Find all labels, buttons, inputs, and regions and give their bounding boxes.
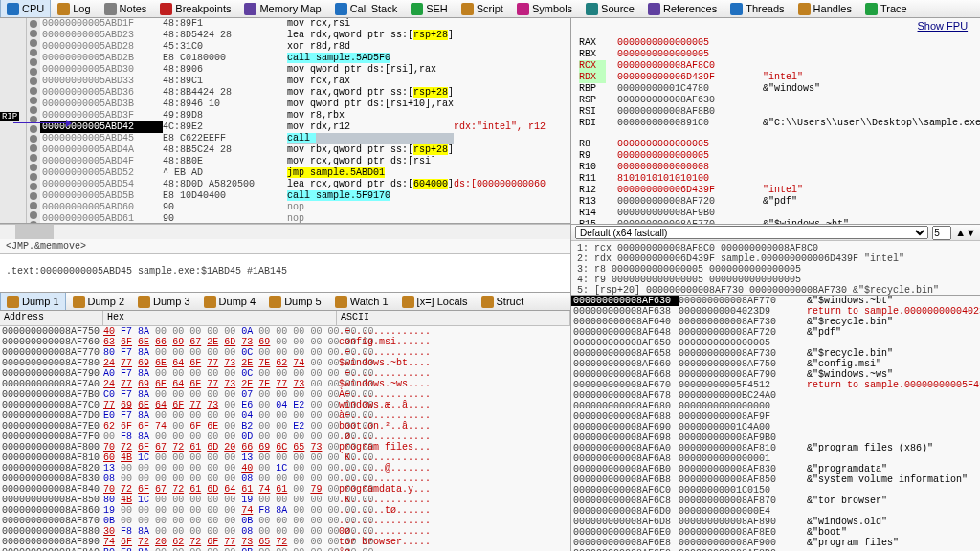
tab-breakpoints[interactable]: Breakpoints xyxy=(153,0,237,17)
memory-dump[interactable]: 000000000008AF75040 F7 8A 00 00 00 00 00… xyxy=(0,326,570,551)
stack-row[interactable]: 000000000008AF69000000000001C4A00 xyxy=(571,422,980,432)
disasm-address[interactable]: 00000000005ABD5B xyxy=(40,190,163,202)
dump-row[interactable]: 000000000008AF7C077 69 6E 64 6F 77 73 00… xyxy=(0,400,570,410)
disasm-address[interactable]: 00000000005ABD4A xyxy=(40,144,163,156)
dump-tab-2[interactable]: Dump 3 xyxy=(131,293,197,310)
dump-header-address[interactable]: Address xyxy=(0,311,103,325)
disasm-address[interactable]: 00000000005ABD1F xyxy=(40,18,163,30)
dump-tab-7[interactable]: Struct xyxy=(475,293,531,310)
show-fpu-link[interactable]: Show FPU xyxy=(918,20,969,32)
dump-row[interactable]: 000000000008AF82013 00 00 00 00 00 00 00… xyxy=(0,463,570,474)
disasm-address[interactable]: 00000000005ABD30 xyxy=(40,64,163,76)
dump-header-hex[interactable]: Hex xyxy=(103,311,337,325)
dump-row[interactable]: 000000000008AF8700B 00 00 00 00 00 00 00… xyxy=(0,516,570,526)
dump-row[interactable]: 000000000008AF7B0C0 F7 8A 00 00 00 00 00… xyxy=(0,389,570,400)
dump-row[interactable]: 000000000008AF83008 00 00 00 00 00 00 00… xyxy=(0,474,570,484)
dump-row[interactable]: 000000000008AF89074 6F 72 20 62 72 6F 77… xyxy=(0,537,570,547)
disasm-address[interactable]: 00000000005ABD23 xyxy=(40,30,163,41)
register-RBX[interactable]: RBX0000000000000005 xyxy=(579,49,980,60)
disasm-instruction[interactable]: call xyxy=(287,133,454,144)
dump-row[interactable]: 000000000008AF7E062 6F 6F 74 00 6F 6E 00… xyxy=(0,421,570,431)
disasm-address[interactable]: 00000000005ABD52 xyxy=(40,167,163,179)
dump-tab-4[interactable]: Dump 5 xyxy=(262,293,328,310)
disasm-instruction[interactable]: mov rcx,rsi xyxy=(287,18,454,30)
disasm-address[interactable]: 00000000005ABD3B xyxy=(40,99,163,110)
disasm-instruction[interactable]: call sample.5AD5F0 xyxy=(287,53,454,64)
dump-row[interactable]: 000000000008AF75040 F7 8A 00 00 00 00 00… xyxy=(0,326,570,337)
tab-handles[interactable]: Handles xyxy=(791,0,858,17)
stack-row[interactable]: 000000000008AF6E0000000000008AF8E0&"boot… xyxy=(571,527,980,538)
register-R13[interactable]: R13000000000008AF720&"pdf" xyxy=(579,196,980,208)
dump-row[interactable]: 000000000008AF86019 00 00 00 00 00 00 00… xyxy=(0,505,570,516)
disasm-instruction[interactable]: mov rax,qword ptr ss:[rsp+28] xyxy=(287,87,454,99)
disasm-address[interactable]: 00000000005ABD60 xyxy=(40,202,163,213)
disasm-instruction[interactable]: call sample.5F9170 xyxy=(287,190,454,202)
disasm-instruction[interactable]: mov rbx,qword ptr ss:[rsp+28] xyxy=(287,144,454,156)
stack-row[interactable]: 000000000008AF63800000000004023D9return … xyxy=(571,306,980,317)
stack-row[interactable]: 000000000008AF6A0000000000008AF810&"prog… xyxy=(571,443,980,453)
arg-count-input[interactable] xyxy=(932,226,951,240)
tab-cpu[interactable]: CPU xyxy=(0,0,51,17)
dump-row[interactable]: 000000000008AF7D0E0 F7 8A 00 00 00 00 00… xyxy=(0,410,570,421)
tab-log[interactable]: Log xyxy=(51,0,97,17)
stack-row[interactable]: 000000000008AF630000000000008AF770&"$win… xyxy=(571,296,980,306)
stack-row[interactable]: 000000000008AF6C000000000001C0150 xyxy=(571,485,980,496)
stack-row[interactable]: 000000000008AF688000000000008AF9F xyxy=(571,411,980,422)
disasm-instruction[interactable]: mov qword ptr ds:[rsi],rax xyxy=(287,64,454,76)
tab-source[interactable]: Source xyxy=(579,0,641,17)
register-RSP[interactable]: RSP000000000008AF630 xyxy=(579,95,980,106)
stack-row[interactable]: 000000000008AF67000000000005F4512return … xyxy=(571,380,980,390)
disasm-address[interactable]: 00000000005ABD2B xyxy=(40,53,163,64)
dump-header-ascii[interactable]: ASCII xyxy=(337,311,570,325)
stack-row[interactable]: 000000000008AF67800000000000BC24A0 xyxy=(571,390,980,401)
disasm-address[interactable]: 00000000005ABD61 xyxy=(40,213,163,224)
register-R15[interactable]: R15000000000008AF770&"$windows.~bt" xyxy=(579,219,980,224)
stack-row[interactable]: 000000000008AF668000000000008AF790&"$win… xyxy=(571,369,980,380)
dump-row[interactable]: 000000000008AF77080 F7 8A 00 00 00 00 00… xyxy=(0,347,570,358)
dump-row[interactable]: 000000000008AF790A0 F7 8A 00 00 00 00 00… xyxy=(0,368,570,379)
register-R8[interactable]: R80000000000000005 xyxy=(579,139,980,150)
dump-row[interactable]: 000000000008AF80070 72 6F 67 72 61 6D 20… xyxy=(0,442,570,452)
dump-tab-6[interactable]: [x=] Locals xyxy=(395,293,475,310)
dump-row[interactable]: 000000000008AF8A0B0 F8 8A 00 00 00 00 00… xyxy=(0,547,570,551)
stack-row[interactable]: 000000000008AF640000000000008AF730&"$rec… xyxy=(571,317,980,327)
register-RAX[interactable]: RAX0000000000000005 xyxy=(579,37,980,49)
disasm-address[interactable]: 00000000005ABD36 xyxy=(40,87,163,99)
registers-panel[interactable]: Show FPU RAX0000000000000005RBX000000000… xyxy=(571,18,980,224)
disasm-instruction[interactable]: mov r8,rbx xyxy=(287,110,454,121)
tab-trace[interactable]: Trace xyxy=(858,0,914,17)
stack-panel[interactable]: 000000000008AF630000000000008AF770&"$win… xyxy=(571,295,980,551)
disassembly-panel[interactable]: RIP 00000000005ABD1F00000000005ABD230000… xyxy=(0,18,570,224)
stack-row[interactable]: 000000000008AF660000000000008AF750&"conf… xyxy=(571,359,980,369)
stack-row[interactable]: 000000000008AF698000000000008AF9B0 xyxy=(571,432,980,443)
stack-row[interactable]: 000000000008AF6800000000000000000 xyxy=(571,401,980,411)
register-RDX[interactable]: RDX000000000006D439F"intel" xyxy=(579,72,980,83)
disasm-address[interactable]: 00000000005ABD54 xyxy=(40,179,163,190)
dump-row[interactable]: 000000000008AF7F000 F8 8A 00 00 00 00 00… xyxy=(0,431,570,442)
dump-tab-1[interactable]: Dump 2 xyxy=(66,293,132,310)
disasm-address[interactable]: 00000000005ABD28 xyxy=(40,41,163,53)
dump-row[interactable]: 000000000008AF76063 6F 6E 66 69 67 2E 6D… xyxy=(0,337,570,347)
disasm-instruction[interactable]: lea rdx,qword ptr ss:[rsp+28] xyxy=(287,30,454,41)
dump-row[interactable]: 000000000008AF81060 4B 1C 00 00 00 00 00… xyxy=(0,452,570,463)
tab-threads[interactable]: Threads xyxy=(724,0,791,17)
register-RSI[interactable]: RSI000000000008AF8B0 xyxy=(579,106,980,118)
dump-row[interactable]: 000000000008AF78024 77 69 6E 64 6F 77 73… xyxy=(0,358,570,368)
tab-notes[interactable]: Notes xyxy=(98,0,154,17)
dump-tab-5[interactable]: Watch 1 xyxy=(328,293,395,310)
tab-script[interactable]: Script xyxy=(455,0,510,17)
tab-call-stack[interactable]: Call Stack xyxy=(328,0,405,17)
calling-convention-select[interactable]: Default (x64 fastcall) xyxy=(575,226,928,239)
tab-seh[interactable]: SEH xyxy=(404,0,455,17)
stack-row[interactable]: 000000000008AF6B0000000000008AF830&"prog… xyxy=(571,464,980,474)
tab-memory-map[interactable]: Memory Map xyxy=(237,0,327,17)
register-R9[interactable]: R90000000000000005 xyxy=(579,150,980,162)
disasm-instruction[interactable]: xor r8d,r8d xyxy=(287,41,454,53)
disasm-instruction[interactable]: jmp sample.5ABD01 xyxy=(287,167,454,179)
register-R11[interactable]: R118101010101010100 xyxy=(579,173,980,185)
stack-row[interactable]: 000000000008AF6D8000000000008AF890&"wind… xyxy=(571,517,980,527)
disasm-instruction[interactable]: lea rcx,qword ptr ds:[604000] xyxy=(287,179,454,190)
stack-row[interactable]: 000000000008AF6500000000000000005 xyxy=(571,338,980,348)
dump-row[interactable]: 000000000008AF84070 72 6F 67 72 61 6D 64… xyxy=(0,484,570,495)
register-R12[interactable]: R12000000000006D439F"intel" xyxy=(579,185,980,196)
